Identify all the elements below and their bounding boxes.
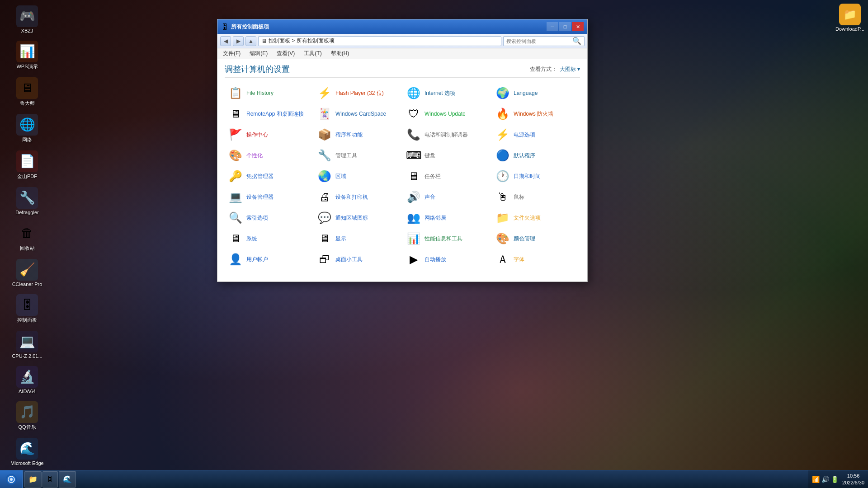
- cp-icon-5: 🃏: [317, 107, 332, 121]
- cp-item-8[interactable]: 🚩 操作中心: [225, 125, 313, 145]
- cp-label-6: Windows Update: [425, 111, 466, 117]
- cp-item-24[interactable]: 🔍 索引选项: [225, 208, 313, 228]
- cp-label-11: 电源选项: [514, 131, 535, 139]
- cp-item-13[interactable]: 🔧 管理工具: [314, 145, 402, 165]
- cp-item-4[interactable]: 🖥 RemoteApp 和桌面连接: [225, 104, 313, 124]
- cp-icon-9: 📦: [317, 127, 332, 142]
- cp-icon-16: 🔑: [228, 169, 243, 183]
- desktop-icon-microsoft-edge[interactable]: 🌊 Microsoft Edge: [4, 436, 51, 468]
- taskbar-item-2[interactable]: 🌊: [59, 471, 76, 488]
- cp-icon-6: 🛡: [406, 107, 421, 121]
- cp-item-20[interactable]: 💻 设备管理器: [225, 187, 313, 207]
- start-icon: [6, 474, 17, 485]
- cp-item-7[interactable]: 🔥 Windows 防火墙: [492, 104, 580, 124]
- desktop-icon-cpu-z[interactable]: 💻 CPU-Z 2.01...: [4, 329, 51, 361]
- cp-label-25: 通知区域图标: [335, 214, 368, 222]
- address-icon: 🖥: [261, 38, 267, 44]
- menu-item-工具T[interactable]: 工具(T): [302, 49, 323, 58]
- cp-item-33[interactable]: 🗗 桌面小工具: [314, 249, 402, 269]
- cp-item-0[interactable]: 📋 File History: [225, 83, 313, 103]
- desktop-icon-defraggler[interactable]: 🔧 Defraggler: [4, 185, 51, 217]
- cp-label-17: 区域: [335, 173, 346, 180]
- cp-grid: 📋 File History ⚡ Flash Player (32 位) 🌐 I…: [225, 83, 580, 269]
- desktop-icon-jinshan-pdf[interactable]: 📄 金山PDF: [4, 149, 51, 182]
- close-button[interactable]: ✕: [572, 22, 584, 31]
- cp-item-21[interactable]: 🖨 设备和打印机: [314, 187, 402, 207]
- maximize-button[interactable]: □: [559, 22, 571, 31]
- cp-item-32[interactable]: 👤 用户帐户: [225, 249, 313, 269]
- desktop-icon-wps-ppt[interactable]: 📊 WPS演示: [4, 39, 51, 72]
- desktop-icon-qq-music[interactable]: 🎵 QQ音乐: [4, 399, 51, 432]
- desktop-icon-ccleaner[interactable]: 🧹 CCleaner Pro: [4, 257, 51, 289]
- cp-item-18[interactable]: 🖥 任务栏: [403, 166, 491, 186]
- cp-label-24: 索引选项: [246, 214, 268, 222]
- cp-item-3[interactable]: 🌍 Language: [492, 83, 580, 103]
- search-bar[interactable]: 🔍: [503, 36, 585, 46]
- taskbar-right: 📶 🔊 🔋 10:56 2022/6/30: [808, 470, 868, 488]
- cp-icon-0: 📋: [228, 86, 243, 100]
- menu-item-帮助H[interactable]: 帮助(H): [329, 49, 351, 58]
- cp-icon-23: 🖱: [495, 190, 510, 204]
- desktop-icon-xbzj[interactable]: 🎮 XBZJ: [4, 4, 51, 35]
- forward-button[interactable]: ▶: [233, 36, 244, 46]
- taskbar-item-1[interactable]: 🎛: [42, 471, 58, 488]
- cp-icon-10: 📞: [406, 127, 421, 142]
- cp-item-17[interactable]: 🌏 区域: [314, 166, 402, 186]
- cp-item-1[interactable]: ⚡ Flash Player (32 位): [314, 83, 402, 103]
- cp-item-12[interactable]: 🎨 个性化: [225, 145, 313, 165]
- menu-item-文件F[interactable]: 文件(F): [221, 49, 242, 58]
- cp-item-29[interactable]: 🖥 显示: [314, 229, 402, 249]
- cp-label-35: 字体: [514, 256, 524, 263]
- taskbar-item-0[interactable]: 📁: [24, 471, 42, 488]
- view-mode[interactable]: 大图标 ▾: [560, 66, 580, 73]
- cp-icon-4: 🖥: [228, 107, 243, 121]
- cp-item-5[interactable]: 🃏 Windows CardSpace: [314, 104, 402, 124]
- cp-item-9[interactable]: 📦 程序和功能: [314, 125, 402, 145]
- address-bar[interactable]: 🖥 控制面板 > 所有控制面板项: [258, 36, 501, 46]
- cp-icon-14: ⌨: [406, 148, 421, 163]
- cp-item-25[interactable]: 💬 通知区域图标: [314, 208, 402, 228]
- desktop-icon-label-network: 网络: [22, 136, 32, 143]
- cp-icon-28: 🖥: [228, 231, 243, 246]
- desktop-icon-download[interactable]: 📁 DownloadP...: [835, 4, 864, 32]
- desktop-icon-label-microsoft-edge: Microsoft Edge: [10, 460, 43, 466]
- cp-item-11[interactable]: ⚡ 电源选项: [492, 125, 580, 145]
- desktop-icon-ludashu[interactable]: 🖥 鲁大师: [4, 75, 51, 108]
- menu-item-查看V[interactable]: 查看(V): [275, 49, 297, 58]
- cp-label-15: 默认程序: [514, 152, 535, 160]
- cp-label-31: 颜色管理: [514, 235, 535, 243]
- cp-label-21: 设备和打印机: [335, 193, 368, 201]
- start-button[interactable]: [0, 470, 23, 488]
- cp-item-19[interactable]: 🕐 日期和时间: [492, 166, 580, 186]
- cp-icon-29: 🖥: [317, 231, 332, 246]
- cp-item-14[interactable]: ⌨ 键盘: [403, 145, 491, 165]
- cp-icon-7: 🔥: [495, 107, 510, 121]
- cp-item-28[interactable]: 🖥 系统: [225, 229, 313, 249]
- minimize-button[interactable]: ─: [547, 22, 558, 31]
- cp-item-16[interactable]: 🔑 凭据管理器: [225, 166, 313, 186]
- cp-icon-30: 📊: [406, 231, 421, 246]
- cp-item-27[interactable]: 📁 文件夹选项: [492, 208, 580, 228]
- clock-date: 2022/6/30: [842, 479, 864, 486]
- cp-item-30[interactable]: 📊 性能信息和工具: [403, 229, 491, 249]
- desktop-icon-aida64[interactable]: 🔬 AIDA64: [4, 364, 51, 396]
- cp-item-26[interactable]: 👥 网络邻居: [403, 208, 491, 228]
- menu-item-编辑E[interactable]: 编辑(E): [248, 49, 269, 58]
- search-input[interactable]: [506, 38, 572, 44]
- cp-item-35[interactable]: Ａ 字体: [492, 249, 580, 269]
- desktop-icon-control-panel[interactable]: 🎛 控制面板: [4, 292, 51, 325]
- cp-item-15[interactable]: 🔵 默认程序: [492, 145, 580, 165]
- desktop-icon-network[interactable]: 🌐 网络: [4, 112, 51, 145]
- clock[interactable]: 10:56 2022/6/30: [842, 473, 864, 486]
- desktop-icon-huisouzhan[interactable]: 🗑 回收站: [4, 221, 51, 253]
- up-button[interactable]: ▲: [245, 36, 256, 46]
- cp-item-34[interactable]: ▶ 自动播放: [403, 249, 491, 269]
- cp-item-2[interactable]: 🌐 Internet 选项: [403, 83, 491, 103]
- cp-label-28: 系统: [246, 235, 257, 243]
- back-button[interactable]: ◀: [220, 36, 231, 46]
- cp-item-6[interactable]: 🛡 Windows Update: [403, 104, 491, 124]
- cp-item-31[interactable]: 🎨 颜色管理: [492, 229, 580, 249]
- cp-item-22[interactable]: 🔊 声音: [403, 187, 491, 207]
- cp-item-10[interactable]: 📞 电话和调制解调器: [403, 125, 491, 145]
- cp-item-23[interactable]: 🖱 鼠标: [492, 187, 580, 207]
